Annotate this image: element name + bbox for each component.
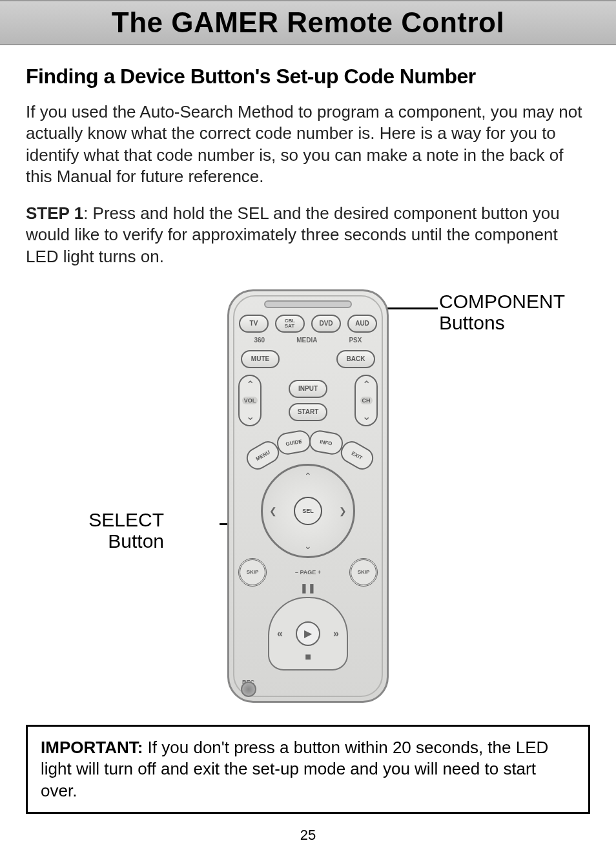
back-button: BACK bbox=[336, 350, 375, 368]
aud-button: AUD bbox=[347, 315, 377, 333]
rewind-icon: « bbox=[277, 628, 283, 639]
page-title: The GAMER Remote Control bbox=[0, 6, 616, 39]
arc-button-row: MENU GUIDE INFO EXIT bbox=[250, 430, 366, 461]
info-button: INFO bbox=[307, 429, 344, 457]
important-label: IMPORTANT: bbox=[41, 738, 143, 757]
forward-icon: » bbox=[333, 628, 339, 639]
callout-component: COMPONENT Buttons bbox=[439, 291, 565, 333]
sel-button: SEL bbox=[294, 497, 322, 525]
rec-button bbox=[241, 681, 256, 697]
chevron-up-icon: ⌃ bbox=[362, 379, 371, 391]
callout-select: SELECT Button bbox=[88, 509, 164, 552]
step-1-text: : Press and hold the SEL and the desired… bbox=[26, 203, 560, 266]
important-note: IMPORTANT: If you don't press a button w… bbox=[26, 725, 590, 814]
volume-rocker: ⌃ VOL ⌄ bbox=[238, 375, 262, 426]
vol-ch-cluster: ⌃ VOL ⌄ INPUT START ⌃ CH ⌄ bbox=[238, 375, 378, 426]
sublabel-row: 360 MEDIA PSX bbox=[238, 337, 378, 344]
chevron-up-icon: ⌃ bbox=[246, 379, 254, 391]
mute-button: MUTE bbox=[241, 350, 280, 368]
skip-plus-button: SKIP bbox=[349, 558, 378, 587]
page-label: – PAGE + bbox=[295, 569, 321, 576]
stop-icon: ■ bbox=[305, 651, 311, 663]
dvd-button: DVD bbox=[311, 315, 341, 333]
exit-button: EXIT bbox=[337, 437, 377, 473]
ir-window bbox=[264, 300, 352, 308]
leader-line bbox=[385, 307, 438, 309]
channel-rocker: ⌃ CH ⌄ bbox=[354, 375, 378, 426]
title-bar: The GAMER Remote Control bbox=[0, 0, 616, 45]
start-button: START bbox=[289, 403, 327, 421]
d-pad: SEL ⌃ ⌄ ❮ ❯ bbox=[261, 464, 355, 558]
arrow-up-icon: ⌃ bbox=[304, 471, 312, 481]
content-area: Finding a Device Button's Set-up Code Nu… bbox=[0, 45, 616, 863]
figure-area: COMPONENT Buttons SELECT Button TV CBLSA… bbox=[26, 283, 590, 712]
skip-minus-button: SKIP bbox=[238, 558, 267, 587]
arrow-down-icon: ⌄ bbox=[304, 541, 312, 551]
mute-back-row: MUTE BACK bbox=[238, 350, 378, 368]
arrow-right-icon: ❯ bbox=[339, 506, 347, 516]
cbl-sat-button: CBLSAT bbox=[275, 315, 305, 333]
guide-button: GUIDE bbox=[275, 429, 312, 457]
chevron-down-icon: ⌄ bbox=[246, 410, 254, 422]
component-button-row: TV CBLSAT DVD AUD bbox=[238, 315, 378, 333]
section-heading: Finding a Device Button's Set-up Code Nu… bbox=[26, 65, 590, 88]
page-number: 25 bbox=[26, 814, 590, 863]
step-1-paragraph: STEP 1: Press and hold the SEL and the d… bbox=[26, 203, 590, 267]
manual-page: The GAMER Remote Control Finding a Devic… bbox=[0, 0, 616, 863]
play-button: ▶ bbox=[296, 621, 320, 646]
transport-cluster: ▶ « » ■ bbox=[268, 597, 348, 671]
step-1-label: STEP 1 bbox=[26, 203, 83, 223]
intro-paragraph: If you used the Auto-Search Method to pr… bbox=[26, 101, 590, 187]
chevron-down-icon: ⌄ bbox=[362, 410, 371, 422]
remote-illustration: TV CBLSAT DVD AUD 360 MEDIA PSX MUTE BAC… bbox=[227, 289, 389, 703]
arrow-left-icon: ❮ bbox=[269, 506, 277, 516]
tv-button: TV bbox=[239, 315, 269, 333]
input-button: INPUT bbox=[289, 380, 327, 398]
